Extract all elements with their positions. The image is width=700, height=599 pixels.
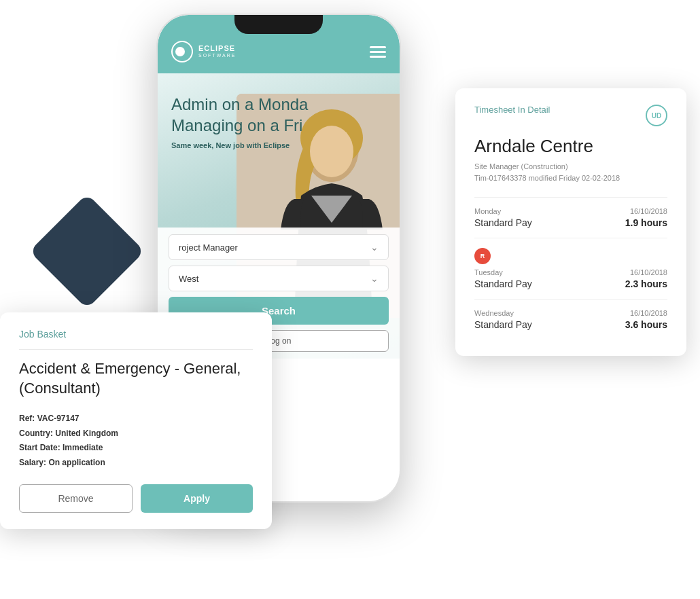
chevron-down-icon: ⌄ [370, 273, 379, 284]
job-title: Accident & Emergency - General, (Consult… [19, 359, 253, 398]
date-monday: 16/10/2018 [630, 207, 667, 215]
logo-area: ECLIPSE SOFTWARE [171, 41, 236, 62]
day-label-monday: Monday [474, 207, 501, 215]
pay-type-wednesday: Standard Pay [474, 319, 532, 330]
job-basket-card: Job Basket Accident & Emergency - Genera… [0, 312, 272, 529]
brand-name: ECLIPSE SOFTWARE [198, 44, 236, 59]
chevron-down-icon: ⌄ [370, 242, 379, 253]
pay-type-tuesday: Standard Pay [474, 278, 532, 289]
pay-type-monday: Standard Pay [474, 217, 532, 228]
decorative-diamond [29, 194, 145, 309]
job-start: Start Date: Immediate [19, 441, 253, 456]
site-ref-modified: Tim-017643378 modified Friday 02-02-2018 [474, 173, 667, 184]
apply-button[interactable]: Apply [141, 484, 253, 513]
day-label-tuesday: Tuesday [474, 268, 503, 276]
hero-text: Admin on a Monda Managing on a Fri Same … [171, 94, 332, 149]
date-wednesday: 16/10/2018 [630, 309, 667, 317]
phone-notch [234, 15, 323, 34]
site-meta: Site Manager (Construction) Tim-01764337… [474, 161, 667, 183]
job-type-dropdown[interactable]: roject Manager ⌄ [169, 234, 389, 260]
location-dropdown[interactable]: West ⌄ [169, 266, 389, 291]
site-name: Arndale Centre [474, 136, 667, 157]
job-salary: Salary: On application [19, 456, 253, 471]
rejected-badge: R [474, 248, 491, 264]
job-country: Country: United Kingdom [19, 426, 253, 441]
job-details: Ref: VAC-97147 Country: United Kingdom S… [19, 412, 253, 470]
user-avatar: UD [646, 105, 667, 126]
site-role: Site Manager (Construction) [474, 161, 667, 173]
timesheet-card: Timesheet In Detail UD Arndale Centre Si… [455, 88, 686, 356]
timesheet-header: Timesheet In Detail UD [474, 105, 667, 126]
job-basket-title: Job Basket [19, 329, 253, 350]
hamburger-menu[interactable] [370, 46, 386, 58]
hero-title: Admin on a Monda Managing on a Fri [171, 94, 332, 136]
job-ref: Ref: VAC-97147 [19, 412, 253, 426]
hours-wednesday: 3.6 hours [625, 319, 667, 330]
remove-button[interactable]: Remove [19, 484, 133, 513]
timesheet-title: Timesheet In Detail [474, 105, 550, 115]
job-actions: Remove Apply [19, 484, 253, 513]
day-label-wednesday: Wednesday [474, 309, 514, 317]
logo-icon [171, 41, 193, 62]
hero-subtitle: Same week, New job with Eclipse [171, 141, 332, 149]
timesheet-row-wednesday: Wednesday 16/10/2018 Standard Pay 3.6 ho… [474, 299, 667, 340]
hours-monday: 1.9 hours [625, 217, 667, 228]
timesheet-row-monday: Monday 16/10/2018 Standard Pay 1.9 hours [474, 197, 667, 238]
date-tuesday: 16/10/2018 [630, 268, 667, 276]
hours-tuesday: 2.3 hours [625, 278, 667, 289]
timesheet-row-tuesday: R Tuesday 16/10/2018 Standard Pay 2.3 ho… [474, 238, 667, 299]
brand-sub: SOFTWARE [198, 53, 236, 58]
